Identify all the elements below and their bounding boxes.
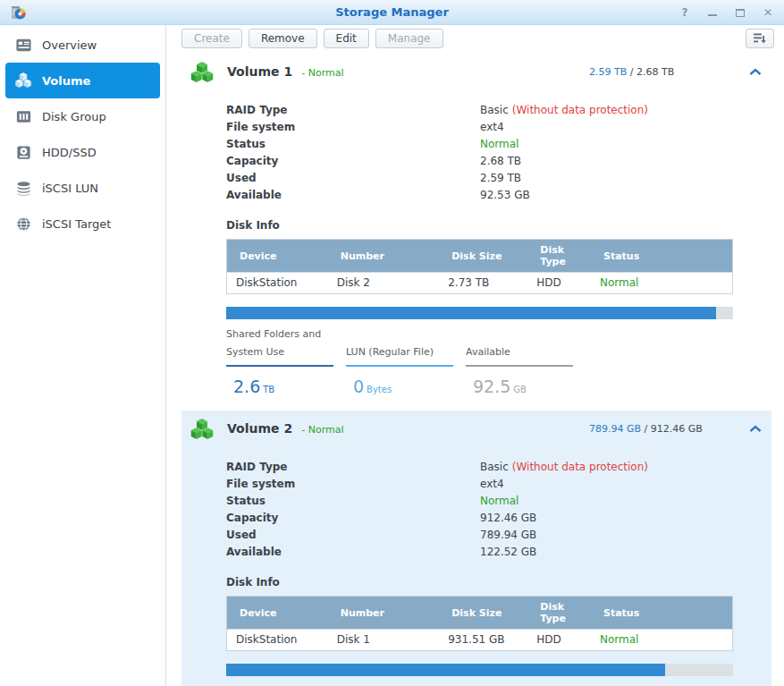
field-file-system: File system ext4: [226, 476, 733, 493]
volume-title: Volume 2: [227, 421, 292, 436]
sidebar-item-hdd-ssd[interactable]: HDD/SSD: [0, 134, 165, 170]
maximize-icon[interactable]: [733, 5, 747, 20]
volume-status-badge: - Normal: [301, 67, 343, 79]
volume-2-header[interactable]: Volume 2 - Normal 789.94 GB / 912.46 GB: [181, 418, 771, 450]
volume-1-header[interactable]: Volume 1 - Normal 2.59 TB / 2.68 TB: [181, 61, 771, 93]
help-icon[interactable]: ?: [678, 5, 692, 20]
sidebar-item-label: Volume: [42, 74, 90, 88]
capacity-separator: /: [645, 423, 648, 435]
close-icon[interactable]: ✕: [761, 5, 775, 20]
capacity-used-text: 789.94 GB: [589, 423, 641, 435]
disk-info-label: Disk Info: [226, 576, 733, 589]
minimize-icon[interactable]: [705, 5, 720, 20]
disk-group-icon: [14, 107, 32, 125]
field-status: Status Normal: [226, 136, 733, 153]
remove-button[interactable]: Remove: [249, 29, 317, 48]
iscsi-lun-icon: [14, 179, 32, 197]
overview-icon: [14, 36, 32, 54]
volume-icon: [14, 72, 32, 89]
disk-info-label: Disk Info: [226, 219, 733, 232]
sidebar-item-volume[interactable]: Volume: [5, 63, 160, 98]
legend-lun: LUN (Regular File) 0Bytes: [346, 328, 453, 396]
sidebar-item-iscsi-target[interactable]: iSCSI Target: [0, 206, 165, 241]
edit-button[interactable]: Edit: [324, 29, 369, 48]
sidebar-item-iscsi-lun[interactable]: iSCSI LUN: [0, 170, 165, 206]
capacity-separator: /: [630, 66, 634, 78]
capacity-summary: 2.59 TB / 2.68 TB: [589, 61, 730, 79]
field-raid-type: RAID Type Basic (Without data protection…: [226, 459, 733, 476]
disk-table-header-row: Device Number Disk Size Disk Type Status: [227, 597, 733, 630]
volume-list: Volume 1 - Normal 2.59 TB / 2.68 TB: [166, 52, 784, 686]
disk-info-table: Device Number Disk Size Disk Type Status…: [226, 596, 733, 651]
hdd-ssd-icon: [14, 143, 32, 161]
disk-table-row: DiskStation Disk 1 931.51 GB HDD Normal: [227, 630, 733, 651]
disk-info-table: Device Number Disk Size Disk Type Status…: [226, 239, 733, 294]
sort-descending-icon[interactable]: [746, 29, 774, 48]
volume-title: Volume 1: [227, 64, 292, 79]
sidebar-item-label: HDD/SSD: [42, 146, 97, 159]
toolbar: Create Remove Edit Manage: [166, 25, 784, 52]
field-status: Status Normal: [226, 493, 733, 510]
legend-available: Available 92.5GB: [466, 328, 573, 396]
titlebar: Storage Manager ? ✕: [0, 0, 784, 25]
window-controls: ? ✕: [678, 0, 775, 25]
sidebar-item-disk-group[interactable]: Disk Group: [0, 98, 165, 134]
sidebar-item-label: Disk Group: [42, 110, 106, 123]
field-file-system: File system ext4: [226, 119, 733, 136]
sidebar-item-label: Overview: [42, 38, 97, 52]
iscsi-target-icon: [14, 215, 32, 233]
create-button[interactable]: Create: [181, 29, 242, 48]
volume-cubes-icon: [190, 418, 214, 441]
capacity-total-text: 912.46 GB: [651, 423, 703, 435]
collapse-chevron-up-icon[interactable]: [749, 425, 763, 439]
sidebar-item-label: iSCSI Target: [42, 217, 111, 231]
manage-button[interactable]: Manage: [375, 29, 443, 48]
capacity-summary: 789.94 GB / 912.46 GB: [589, 418, 730, 436]
legend-shared-folders: Shared Folders and System Use 2.6TB: [226, 328, 333, 396]
field-raid-type: RAID Type Basic (Without data protection…: [226, 102, 733, 119]
volume-status-badge: - Normal: [301, 424, 343, 436]
window-title: Storage Manager: [0, 5, 784, 19]
sidebar-item-label: iSCSI LUN: [42, 182, 98, 195]
usage-legend: Shared Folders and System Use 2.6TB LUN …: [226, 328, 733, 396]
capacity-total-text: 2.68 TB: [636, 66, 674, 78]
field-used: Used 2.59 TB: [226, 170, 733, 187]
content-area: Create Remove Edit Manage: [166, 25, 784, 686]
usage-bar: [226, 664, 733, 676]
disk-table-header-row: Device Number Disk Size Disk Type Status: [227, 240, 733, 273]
field-capacity: Capacity 2.68 TB: [226, 153, 733, 170]
storage-manager-window: Storage Manager ? ✕ Overv: [0, 0, 784, 686]
usage-bar: [226, 307, 733, 319]
sidebar: Overview: [0, 25, 166, 686]
field-capacity: Capacity 912.46 GB: [226, 510, 733, 527]
volume-panel-1[interactable]: Volume 1 - Normal 2.59 TB / 2.68 TB: [181, 54, 771, 411]
field-used: Used 789.94 GB: [226, 527, 733, 544]
volume-cubes-icon: [190, 61, 214, 84]
field-available: Available 122.52 GB: [226, 544, 733, 561]
field-available: Available 92.53 GB: [226, 187, 733, 204]
collapse-chevron-up-icon[interactable]: [749, 68, 763, 82]
disk-table-row: DiskStation Disk 2 2.73 TB HDD Normal: [227, 273, 733, 294]
sidebar-item-overview[interactable]: Overview: [0, 27, 165, 63]
capacity-used-text: 2.59 TB: [589, 66, 627, 78]
volume-panel-2[interactable]: Volume 2 - Normal 789.94 GB / 912.46 GB: [181, 411, 771, 686]
